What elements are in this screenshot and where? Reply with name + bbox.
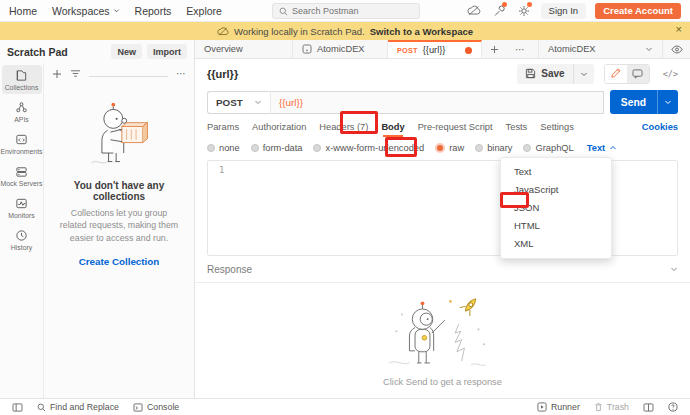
language-option-html[interactable]: HTML <box>501 217 611 235</box>
bodytype-binary[interactable]: binary <box>475 143 512 153</box>
help-icon[interactable] <box>664 402 682 412</box>
tab-tests[interactable]: Tests <box>506 122 528 132</box>
collections-icon <box>15 69 28 82</box>
environments-icon <box>15 133 28 146</box>
find-replace-button[interactable]: Find and Replace <box>33 402 123 412</box>
tab-authorization[interactable]: Authorization <box>252 122 306 132</box>
radio-icon <box>313 144 321 152</box>
environment-selector[interactable]: AtomicDEX <box>538 40 662 58</box>
language-option-json[interactable]: JSON <box>501 199 611 217</box>
postman-app: Home Workspaces Reports Explore Sign In … <box>0 0 690 415</box>
tab-settings[interactable]: Settings <box>540 122 574 132</box>
sidebar-toggle-icon[interactable] <box>8 403 27 412</box>
sidebar: Scratch Pad New Import Collections APIs <box>0 40 195 398</box>
sidebar-item-history[interactable]: History <box>2 225 42 254</box>
response-empty-text: Click Send to get a response <box>383 377 502 387</box>
notification-dot <box>527 2 532 7</box>
create-account-button[interactable]: Create Account <box>595 3 681 19</box>
send-button[interactable]: Send <box>610 90 678 114</box>
code-snippet-icon[interactable]: </> <box>663 69 678 79</box>
radio-icon <box>251 144 259 152</box>
console-button[interactable]: Console <box>129 402 183 412</box>
bodytype-graphql[interactable]: GraphQL <box>523 143 573 153</box>
edit-pencil-button[interactable] <box>605 65 627 83</box>
sign-in-button[interactable]: Sign In <box>541 3 587 19</box>
search-icon <box>279 7 288 16</box>
nav-home[interactable]: Home <box>9 5 37 17</box>
chevron-down-icon <box>645 45 653 53</box>
language-selector[interactable]: Text <box>587 143 617 153</box>
response-title: Response <box>207 264 252 275</box>
tab-pre-request-script[interactable]: Pre-request Script <box>418 122 493 132</box>
sidebar-item-collections[interactable]: Collections <box>2 65 42 94</box>
tab-collection[interactable]: AtomicDEX <box>293 40 388 58</box>
console-icon <box>133 403 143 412</box>
unsaved-changes-dot <box>465 47 472 54</box>
tab-body[interactable]: Body <box>381 122 404 132</box>
import-button[interactable]: Import <box>147 44 187 59</box>
search-icon <box>37 403 46 412</box>
save-button[interactable]: Save <box>517 64 593 84</box>
sidebar-item-monitors[interactable]: Monitors <box>2 193 42 222</box>
language-dropdown-menu: Text JavaScript JSON HTML XML <box>500 157 612 259</box>
save-options-chevron[interactable] <box>573 64 594 84</box>
response-empty-state: Click Send to get a response <box>195 282 690 398</box>
gear-icon[interactable] <box>516 4 532 18</box>
close-icon[interactable]: × <box>676 23 682 35</box>
sidebar-item-mock-servers[interactable]: Mock Servers <box>2 161 42 190</box>
tab-overview[interactable]: Overview <box>195 40 293 58</box>
nav-explore[interactable]: Explore <box>186 5 222 17</box>
tab-request-active[interactable]: POST {{url}} <box>388 40 482 58</box>
sidebar-item-apis[interactable]: APIs <box>2 97 42 126</box>
two-pane-icon[interactable] <box>639 403 658 412</box>
switch-workspace-link[interactable]: Switch to a Workspace <box>370 26 473 37</box>
new-button[interactable]: New <box>111 44 142 59</box>
radio-icon <box>475 144 483 152</box>
search-underline <box>89 76 168 77</box>
history-icon <box>15 229 28 242</box>
apis-icon <box>15 101 28 114</box>
bodytype-none[interactable]: none <box>207 143 240 153</box>
create-collection-link[interactable]: Create Collection <box>52 256 186 267</box>
offline-cloud-icon[interactable] <box>466 4 482 18</box>
sidebar-rail: Collections APIs Environments Mock Serve… <box>0 63 43 398</box>
trash-button[interactable]: Trash <box>590 402 633 412</box>
collection-box-icon <box>302 44 312 54</box>
add-collection-icon[interactable] <box>52 69 62 79</box>
tab-params[interactable]: Params <box>207 122 239 132</box>
tab-options-button[interactable]: ⋯ <box>507 40 533 58</box>
bodytype-form-data[interactable]: form-data <box>251 143 303 153</box>
url-input[interactable] <box>271 91 604 114</box>
response-collapse-chevron[interactable] <box>670 265 678 273</box>
bodytype-urlencoded[interactable]: x-www-form-urlencoded <box>313 143 424 153</box>
method-badge: POST <box>397 46 418 55</box>
monitors-icon <box>15 197 28 210</box>
chevron-down-icon <box>113 7 120 14</box>
send-options-chevron[interactable] <box>657 90 678 114</box>
runner-button[interactable]: Runner <box>533 402 584 412</box>
wrench-icon[interactable] <box>491 4 507 18</box>
cookies-link[interactable]: Cookies <box>642 122 678 132</box>
language-option-javascript[interactable]: JavaScript <box>501 181 611 199</box>
empty-collections-illustration <box>76 98 162 172</box>
comment-button[interactable] <box>627 65 649 83</box>
filter-icon[interactable] <box>70 69 81 78</box>
nav-workspaces[interactable]: Workspaces <box>52 5 120 17</box>
request-title: {{url}} <box>207 68 238 80</box>
search-input[interactable] <box>272 3 420 19</box>
more-options-icon[interactable]: ⋯ <box>176 71 186 77</box>
environment-eye-icon[interactable] <box>662 40 690 58</box>
new-tab-button[interactable] <box>482 40 507 58</box>
bodytype-raw[interactable]: raw <box>435 143 464 153</box>
nav-reports[interactable]: Reports <box>135 5 172 17</box>
request-tabbar: Overview AtomicDEX POST {{url}} ⋯ Atomic… <box>195 40 690 59</box>
language-option-xml[interactable]: XML <box>501 235 611 253</box>
chevron-down-icon <box>254 98 262 106</box>
trash-icon <box>594 402 603 412</box>
empty-state-description: Collections let you group related reques… <box>58 207 180 244</box>
method-selector[interactable]: POST <box>207 91 271 114</box>
workspace-title: Scratch Pad <box>7 46 68 58</box>
language-option-text[interactable]: Text <box>501 163 611 181</box>
sidebar-item-environments[interactable]: Environments <box>2 129 42 158</box>
tab-headers[interactable]: Headers (7) <box>319 122 368 132</box>
